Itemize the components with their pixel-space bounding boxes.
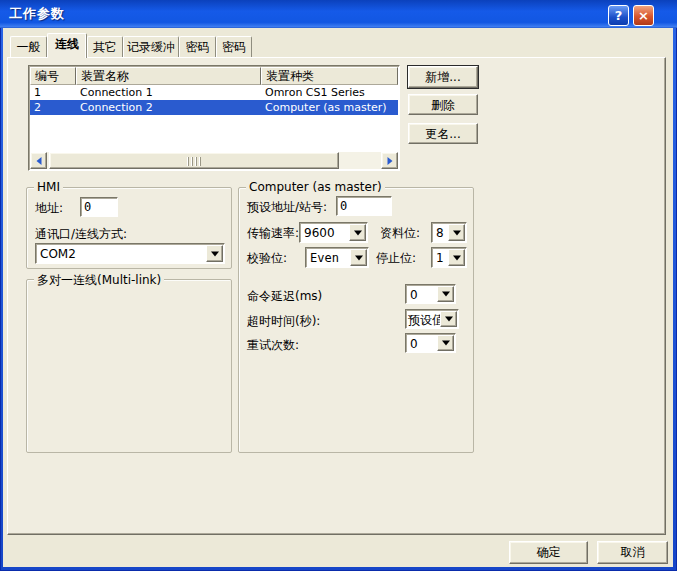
address-label: 地址: <box>35 200 63 216</box>
tab-password-table[interactable]: 密码表 <box>179 36 216 57</box>
computer-group: Computer (as master) 预设地址/站号: 0 传输速率: 96… <box>238 187 474 453</box>
arrow-right-icon <box>387 157 392 165</box>
chevron-down-icon <box>453 255 461 260</box>
hmi-group-title: HMI <box>34 180 63 194</box>
horizontal-scrollbar[interactable] <box>30 152 398 169</box>
address-input[interactable]: 0 <box>80 197 118 217</box>
device-row-2-selected[interactable]: 2 Connection 2 Computer (as master) <box>30 100 398 115</box>
cancel-button[interactable]: 取消 <box>597 541 668 564</box>
close-icon: × <box>638 8 649 23</box>
chevron-down-icon <box>211 251 219 256</box>
arrow-left-icon <box>36 157 41 165</box>
cell-name: Connection 1 <box>76 85 261 100</box>
multilink-group: 多对一连线(Multi-link) <box>26 279 232 453</box>
combo-value: 0 <box>410 287 418 303</box>
timeout-label: 超时时间(秒): <box>247 313 320 329</box>
chevron-down-icon <box>453 230 461 235</box>
dialog-client-area: 一般 连线 其它 记录缓冲区 密码表 密码 编号 装置名称 装置种类 1 Con… <box>3 28 673 567</box>
stop-bits-label: 停止位: <box>376 250 416 266</box>
tab-page-connection: 编号 装置名称 装置种类 1 Connection 1 Omron CS1 Se… <box>7 57 666 535</box>
dropdown-button[interactable] <box>349 224 366 241</box>
tab-label: 连线 <box>55 37 79 51</box>
title-bar[interactable]: 工作参数 ? × <box>0 0 677 28</box>
cell-id: 1 <box>30 85 76 100</box>
help-icon: ? <box>615 8 623 23</box>
baud-combobox[interactable]: 9600 <box>299 222 368 243</box>
cell-type: Computer (as master) <box>261 100 398 115</box>
dialog-title: 工作参数 <box>9 5 65 23</box>
tab-password[interactable]: 密码 <box>216 36 252 57</box>
close-button[interactable]: × <box>633 5 654 26</box>
default-address-input[interactable]: 0 <box>336 196 392 216</box>
cell-name: Connection 2 <box>76 100 261 115</box>
dialog-window: 工作参数 ? × 一般 连线 其它 记录缓冲区 密码表 密码 编号 装置名称 装… <box>0 0 677 571</box>
scroll-right-button[interactable] <box>381 152 398 169</box>
tab-label: 一般 <box>17 40 41 54</box>
add-button[interactable]: 新增... <box>408 66 478 88</box>
computer-group-title: Computer (as master) <box>246 180 385 194</box>
cell-type: Omron CS1 Series <box>261 85 398 100</box>
dropdown-button[interactable] <box>448 224 465 241</box>
port-label: 通讯口/连线方式: <box>35 226 127 242</box>
ok-button[interactable]: 确定 <box>509 541 588 564</box>
hmi-group: HMI 地址: 0 通讯口/连线方式: COM2 <box>26 187 232 269</box>
dropdown-button[interactable] <box>448 249 465 266</box>
dropdown-button[interactable] <box>350 249 367 266</box>
multilink-group-title: 多对一连线(Multi-link) <box>34 272 164 289</box>
column-header-id[interactable]: 编号 <box>30 67 76 85</box>
dropdown-button[interactable] <box>206 245 223 262</box>
chevron-down-icon <box>445 317 453 322</box>
dropdown-button[interactable] <box>437 335 454 351</box>
help-button[interactable]: ? <box>608 5 629 26</box>
combo-value: 1 <box>436 250 444 266</box>
device-row-1[interactable]: 1 Connection 1 Omron CS1 Series <box>30 85 398 100</box>
column-header-type[interactable]: 装置种类 <box>261 67 398 85</box>
stop-bits-combobox[interactable]: 1 <box>431 247 467 268</box>
port-combobox[interactable]: COM2 <box>35 243 225 264</box>
scrollbar-thumb[interactable] <box>49 152 339 169</box>
combo-value: 0 <box>410 336 418 352</box>
tab-others[interactable]: 其它 <box>87 36 123 57</box>
command-delay-label: 命令延迟(ms) <box>247 288 322 304</box>
parity-combobox[interactable]: Even <box>305 247 369 268</box>
tab-connection[interactable]: 连线 <box>47 33 87 58</box>
data-bits-label: 资料位: <box>380 225 420 241</box>
baud-label: 传输速率: <box>247 225 299 241</box>
combo-value: Even <box>310 250 339 266</box>
combo-value: 9600 <box>304 225 335 241</box>
grip-icon <box>187 157 201 166</box>
device-list: 编号 装置名称 装置种类 1 Connection 1 Omron CS1 Se… <box>28 65 400 171</box>
chevron-down-icon <box>442 292 450 297</box>
rename-button[interactable]: 更名... <box>408 123 478 144</box>
tab-general[interactable]: 一般 <box>10 36 47 57</box>
scroll-left-button[interactable] <box>30 152 47 169</box>
delete-button[interactable]: 删除 <box>408 94 478 115</box>
dropdown-button[interactable] <box>440 311 457 327</box>
cell-id: 2 <box>30 100 76 115</box>
timeout-combobox[interactable]: 预设值 <box>405 309 459 329</box>
parity-label: 校验位: <box>247 250 287 266</box>
data-bits-combobox[interactable]: 8 <box>431 222 467 243</box>
column-header-name[interactable]: 装置名称 <box>76 67 261 85</box>
tab-label: 密码 <box>222 40 246 54</box>
command-delay-combobox[interactable]: 0 <box>405 284 456 304</box>
tab-label: 其它 <box>93 40 117 54</box>
dropdown-button[interactable] <box>437 286 454 302</box>
tab-record-buffer[interactable]: 记录缓冲区 <box>123 36 179 57</box>
chevron-down-icon <box>354 230 362 235</box>
retry-count-combobox[interactable]: 0 <box>405 333 456 353</box>
device-list-header: 编号 装置名称 装置种类 <box>30 67 398 85</box>
chevron-down-icon <box>355 255 363 260</box>
combo-value: 8 <box>436 225 444 241</box>
combo-value: 预设值 <box>408 312 444 328</box>
combo-value: COM2 <box>40 246 76 262</box>
chevron-down-icon <box>442 341 450 346</box>
retry-count-label: 重试次数: <box>247 337 299 353</box>
default-address-label: 预设地址/站号: <box>247 199 327 215</box>
